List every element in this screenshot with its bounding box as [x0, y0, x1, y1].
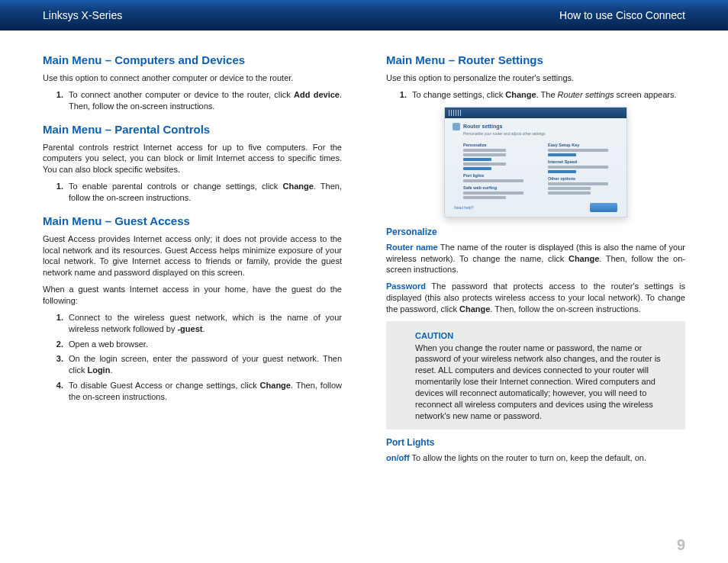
right-column: Main Menu – Router Settings Use this opt…: [386, 53, 685, 468]
section-computers-devices-intro: Use this option to connect another compu…: [43, 72, 342, 84]
section-router-settings-intro: Use this option to personalize the route…: [386, 72, 685, 84]
left-column: Main Menu – Computers and Devices Use th…: [43, 53, 342, 468]
section-parental-controls-intro: Parental controls restrict Internet acce…: [43, 142, 342, 176]
router-name-paragraph: Router name The name of the router is di…: [386, 242, 685, 276]
port-lights-paragraph: on/off To allow the lights on the router…: [386, 452, 685, 464]
list-item: Connect to the wireless guest network, w…: [66, 312, 342, 335]
list-item: To enable parental controls or change se…: [66, 181, 342, 204]
section-parental-controls-title: Main Menu – Parental Controls: [43, 123, 342, 136]
list-item: To change settings, click Change. The Ro…: [409, 89, 685, 101]
list-item: Open a web browser.: [66, 339, 342, 350]
section-guest-access-intro: Guest Access provides Internet access on…: [43, 233, 342, 278]
port-lights-title: Port Lights: [386, 437, 685, 448]
screenshot-titlebar: [445, 108, 627, 118]
screenshot-subtitle: Personalize your router and adjust other…: [463, 131, 619, 136]
list-item: To disable Guest Access or change settin…: [66, 380, 342, 403]
screenshot-footer-link: Need help?: [454, 205, 474, 210]
header-left: Linksys X-Series: [43, 9, 122, 21]
screenshot-title: Router settings: [463, 124, 502, 129]
caution-box: CAUTION When you change the router name …: [386, 321, 685, 429]
screenshot-finish-button: [590, 203, 617, 212]
section-guest-access-list: Connect to the wireless guest network, w…: [43, 312, 342, 403]
list-item: On the login screen, enter the password …: [66, 353, 342, 376]
caution-title: CAUTION: [415, 330, 675, 342]
section-computers-devices-title: Main Menu – Computers and Devices: [43, 53, 342, 66]
section-guest-access-title: Main Menu – Guest Access: [43, 214, 342, 227]
password-paragraph: Password The password that protects acce…: [386, 281, 685, 315]
section-router-settings-title: Main Menu – Router Settings: [386, 53, 685, 66]
gear-icon: [453, 123, 460, 130]
header-right: How to use Cisco Connect: [559, 9, 685, 21]
section-router-settings-list: To change settings, click Change. The Ro…: [386, 89, 685, 101]
section-computers-devices-list: To connect another computer or device to…: [43, 89, 342, 112]
caution-body: When you change the router name or passw…: [415, 343, 661, 420]
section-guest-access-p2: When a guest wants Internet access in yo…: [43, 284, 342, 307]
personalize-title: Personalize: [386, 227, 685, 237]
router-settings-screenshot: Router settings Personalize your router …: [444, 107, 627, 217]
list-item: To connect another computer or device to…: [66, 89, 342, 112]
page-header: Linksys X-Series How to use Cisco Connec…: [0, 0, 728, 31]
section-parental-controls-list: To enable parental controls or change se…: [43, 181, 342, 204]
content-area: Main Menu – Computers and Devices Use th…: [0, 31, 728, 476]
page-number: 9: [677, 536, 685, 554]
